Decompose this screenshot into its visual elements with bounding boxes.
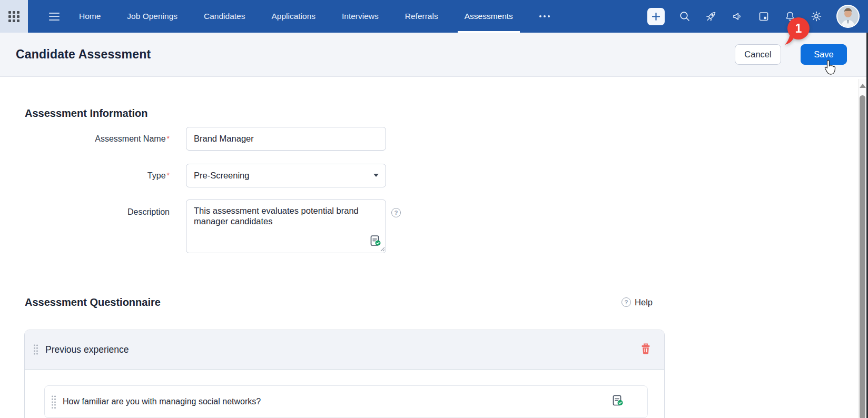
section-header: Previous experience	[25, 330, 664, 370]
nav-item-job-openings[interactable]: Job Openings	[127, 0, 177, 33]
page-title: Candidate Assessment	[16, 47, 151, 62]
avatar-photo	[837, 6, 859, 27]
help-icon: ?	[622, 297, 631, 307]
vertical-scrollbar[interactable]	[858, 79, 866, 418]
section-body: How familiar are you with managing socia…	[25, 370, 664, 418]
type-label: Type*	[25, 164, 170, 187]
description-label: Description	[25, 200, 170, 255]
questionnaire-section-card: Previous experience How familiar are you…	[24, 330, 665, 418]
announcement-icon[interactable]	[731, 10, 744, 23]
cancel-button[interactable]: Cancel	[735, 44, 781, 65]
rocket-icon[interactable]	[705, 10, 717, 23]
primary-nav: Home Job Openings Candidates Application…	[79, 0, 550, 33]
assessment-questionnaire-heading: Assessment Questionnaire	[25, 296, 161, 308]
page-header: Candidate Assessment Cancel Save	[0, 33, 868, 77]
type-select[interactable]: Pre-Screening	[186, 164, 386, 187]
help-link[interactable]: ? Help	[622, 297, 653, 307]
calendar-icon[interactable]	[757, 10, 770, 23]
step-1-badge: 1	[784, 16, 812, 49]
question-row[interactable]: How familiar are you with managing socia…	[44, 385, 648, 418]
description-textarea[interactable]: This assessment evaluates potential bran…	[186, 200, 386, 253]
assessment-name-input[interactable]	[186, 127, 386, 151]
assessment-form: Assessment Name* Type* Pre-Screening Des…	[25, 127, 868, 255]
nav-item-referrals[interactable]: Referrals	[405, 0, 438, 33]
more-menu-icon[interactable]	[539, 0, 550, 33]
search-icon[interactable]	[678, 10, 691, 23]
grammar-check-icon[interactable]	[370, 235, 381, 249]
scroll-up-arrow-icon[interactable]	[860, 84, 866, 88]
plus-icon	[652, 12, 660, 21]
section-drag-handle-icon[interactable]	[33, 344, 38, 355]
main-content: Assessment Information Assessment Name* …	[0, 77, 868, 418]
question-grammar-check-icon[interactable]	[613, 394, 624, 409]
nav-item-candidates[interactable]: Candidates	[204, 0, 245, 33]
question-drag-handle-icon[interactable]	[51, 395, 56, 409]
nav-item-home[interactable]: Home	[79, 0, 101, 33]
assessment-information-heading: Assessment Information	[25, 107, 868, 120]
scrollbar-thumb[interactable]	[860, 95, 865, 418]
questionnaire-heading-row: Assessment Questionnaire ? Help	[25, 296, 665, 308]
assessment-name-label: Assessment Name*	[25, 127, 170, 151]
nav-item-assessments[interactable]: Assessments	[465, 0, 513, 33]
section-title: Previous experience	[45, 344, 129, 355]
settings-icon[interactable]	[810, 10, 823, 23]
menu-icon[interactable]	[49, 13, 60, 21]
nav-item-interviews[interactable]: Interviews	[342, 0, 379, 33]
question-text: How familiar are you with managing socia…	[63, 397, 261, 406]
delete-section-icon[interactable]	[641, 343, 650, 356]
nav-item-applications[interactable]: Applications	[271, 0, 315, 33]
app-launcher-button[interactable]	[0, 0, 28, 33]
step-1-badge-number: 1	[795, 22, 802, 35]
resize-handle[interactable]	[380, 244, 385, 254]
navbar-actions	[647, 5, 868, 28]
add-button[interactable]	[647, 8, 665, 25]
app-grid-icon	[8, 11, 19, 22]
description-help-icon[interactable]: ?	[391, 208, 401, 217]
required-asterisk: *	[167, 134, 170, 143]
required-asterisk: *	[167, 171, 170, 180]
type-select-value: Pre-Screening	[194, 164, 249, 187]
top-navbar: Home Job Openings Candidates Application…	[0, 0, 868, 33]
user-avatar[interactable]	[836, 5, 860, 28]
